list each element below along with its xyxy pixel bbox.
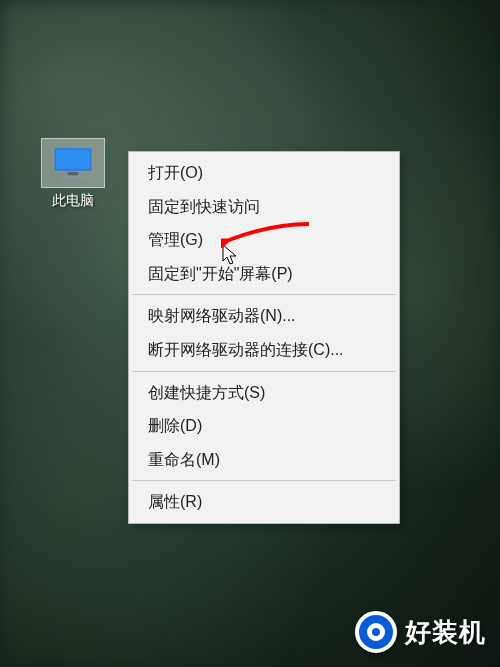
desktop-icon-this-pc[interactable]: 此电脑 [38,138,108,210]
menu-separator [132,294,396,295]
menu-item-disconnect-network-drive[interactable]: 断开网络驱动器的连接(C)... [130,333,398,367]
menu-item-pin-to-start[interactable]: 固定到"开始"屏幕(P) [130,257,398,291]
menu-item-rename[interactable]: 重命名(M) [130,443,398,477]
desktop-icon-label: 此电脑 [38,192,108,210]
svg-rect-3 [62,176,84,179]
menu-item-open[interactable]: 打开(O) [130,156,398,190]
monitor-icon [41,138,105,188]
watermark-logo-icon [355,611,397,653]
menu-item-create-shortcut[interactable]: 创建快捷方式(S) [130,376,398,410]
menu-item-properties[interactable]: 属性(R) [130,485,398,519]
watermark-text: 好装机 [405,615,486,650]
svg-rect-1 [56,150,90,170]
menu-item-delete[interactable]: 删除(D) [130,409,398,443]
menu-item-manage[interactable]: 管理(G) [130,223,398,257]
context-menu: 打开(O) 固定到快速访问 管理(G) 固定到"开始"屏幕(P) 映射网络驱动器… [128,151,400,524]
menu-separator [132,480,396,481]
watermark: 好装机 [355,611,486,653]
svg-rect-2 [68,172,79,176]
menu-item-pin-to-quick-access[interactable]: 固定到快速访问 [130,190,398,224]
menu-separator [132,371,396,372]
menu-item-map-network-drive[interactable]: 映射网络驱动器(N)... [130,299,398,333]
